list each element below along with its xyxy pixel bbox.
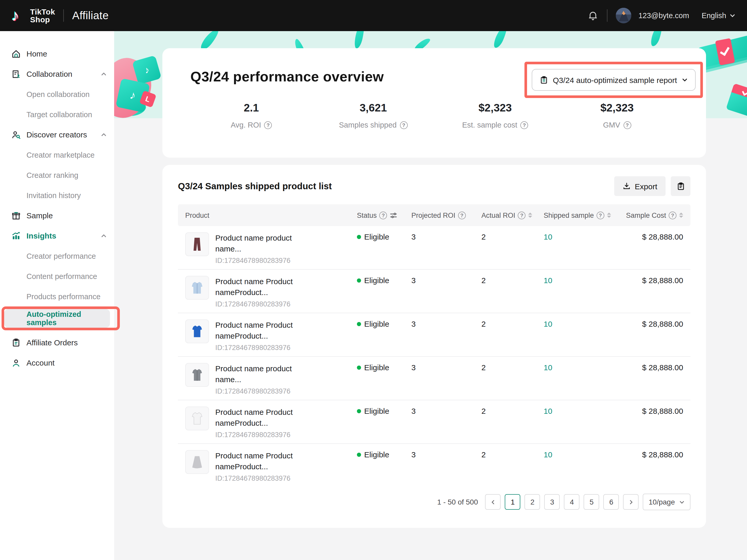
- sidebar-item-creator-performance[interactable]: Creator performance: [0, 246, 114, 266]
- shipped-sample-link[interactable]: 10: [544, 450, 620, 459]
- tiktok-note-icon: ♪♪♪: [11, 7, 25, 24]
- sidebar-item-label: Creator marketplace: [26, 151, 95, 159]
- column-actual-roi[interactable]: Actual ROI: [482, 211, 515, 219]
- column-shipped-sample[interactable]: Shipped sample: [544, 211, 594, 219]
- product-name[interactable]: Product name Product nameProduct...: [215, 450, 309, 472]
- product-image: [185, 276, 209, 300]
- sidebar-item-account[interactable]: Account: [0, 353, 114, 373]
- pants-image: [189, 236, 205, 252]
- sidebar-item-insights[interactable]: Insights: [0, 225, 114, 246]
- stat-samples-shipped: 3,621 Samples shipped?: [312, 102, 434, 129]
- notification-bell-icon[interactable]: [587, 10, 598, 21]
- sort-icon[interactable]: [607, 213, 611, 218]
- prev-page-button[interactable]: [485, 494, 501, 510]
- copy-report-button[interactable]: [671, 176, 691, 196]
- confetti-decoration: [353, 31, 366, 49]
- report-clipboard-icon: [539, 76, 548, 84]
- stat-est-sample-cost: $2,323 Est. sample cost?: [434, 102, 556, 129]
- filter-icon[interactable]: [390, 211, 397, 219]
- sidebar-item-collaboration[interactable]: Collaboration: [0, 64, 114, 84]
- help-icon[interactable]: ?: [400, 121, 408, 129]
- sidebar-item-creator-marketplace[interactable]: Creator marketplace: [0, 145, 114, 165]
- status-dot: [357, 365, 361, 369]
- next-page-button[interactable]: [623, 494, 639, 510]
- table-row[interactable]: Product name product name... ID:17284678…: [178, 357, 691, 400]
- sample-cost-value: $ 28,888.00: [620, 363, 691, 372]
- help-icon[interactable]: ?: [597, 211, 604, 219]
- page-button-2[interactable]: 2: [525, 494, 540, 510]
- table-header-row: Product Status ? Projected ROI ? Actual …: [178, 204, 691, 226]
- stat-value: 3,621: [312, 102, 434, 114]
- help-icon[interactable]: ?: [623, 121, 631, 129]
- table-row[interactable]: Product name Product nameProduct... ID:1…: [178, 270, 691, 313]
- stat-label: Samples shipped: [339, 121, 397, 129]
- product-id: ID:17284678980283976: [215, 475, 309, 482]
- sidebar-item-open-collaboration[interactable]: Open collaboration: [0, 84, 114, 104]
- product-name[interactable]: Product name Product nameProduct...: [215, 319, 309, 341]
- page-button-3[interactable]: 3: [544, 494, 560, 510]
- sidebar-item-invitation-history[interactable]: Invitation history: [0, 185, 114, 205]
- help-icon[interactable]: ?: [518, 211, 526, 219]
- language-selector[interactable]: English: [702, 11, 736, 20]
- shipped-sample-link[interactable]: 10: [544, 406, 620, 415]
- product-name[interactable]: Product name product name...: [215, 232, 309, 254]
- sort-icon[interactable]: [679, 213, 683, 218]
- page-button-6[interactable]: 6: [603, 494, 619, 510]
- product-name[interactable]: Product name Product nameProduct...: [215, 276, 309, 298]
- product-id: ID:17284678980283976: [215, 431, 309, 439]
- sidebar-item-label: Products performance: [26, 292, 100, 300]
- shirt-image: [189, 367, 205, 383]
- shipped-sample-link[interactable]: 10: [544, 232, 620, 241]
- status-badge: Eligible: [364, 276, 389, 285]
- column-product[interactable]: Product: [185, 211, 209, 219]
- product-name[interactable]: Product name product name...: [215, 363, 309, 385]
- sidebar-item-sample[interactable]: Sample: [0, 205, 114, 225]
- sidebar-item-products-performance[interactable]: Products performance: [0, 286, 114, 306]
- discover-creators-icon: [11, 130, 21, 139]
- sidebar-item-affiliate-orders[interactable]: Affiliate Orders: [0, 332, 114, 353]
- affiliate-dashboard: ♪♪♪ TikTok Shop Affiliate 123@: [0, 0, 747, 560]
- status-badge: Eligible: [364, 363, 389, 372]
- help-icon[interactable]: ?: [380, 211, 387, 219]
- report-selector-dropdown[interactable]: Q3/24 auto-optimized sample report: [532, 69, 696, 91]
- sidebar-item-discover-creators[interactable]: Discover creators: [0, 125, 114, 145]
- table-row[interactable]: Product name Product nameProduct... ID:1…: [178, 444, 691, 487]
- page-button-5[interactable]: 5: [584, 494, 599, 510]
- table-row[interactable]: Product name Product nameProduct... ID:1…: [178, 313, 691, 357]
- page-button-4[interactable]: 4: [564, 494, 580, 510]
- column-projected-roi[interactable]: Projected ROI: [411, 211, 456, 219]
- pagination: 1 - 50 of 500 1 2 3 4 5 6 10/page: [178, 494, 691, 510]
- actual-roi-value: 2: [482, 319, 544, 328]
- sidebar-item-home[interactable]: Home: [0, 44, 114, 64]
- help-icon[interactable]: ?: [264, 121, 272, 129]
- pagination-range: 1 - 50 of 500: [437, 498, 478, 506]
- help-icon[interactable]: ?: [520, 121, 528, 129]
- column-status[interactable]: Status: [357, 211, 377, 219]
- product-image: [185, 450, 209, 474]
- sidebar-item-target-collaboration[interactable]: Target collaboration: [0, 104, 114, 125]
- status-dot: [357, 322, 361, 326]
- shipped-sample-link[interactable]: 10: [544, 319, 620, 328]
- export-button[interactable]: Export: [614, 176, 666, 196]
- sidebar-item-content-performance[interactable]: Content performance: [0, 266, 114, 286]
- product-image: [185, 232, 209, 256]
- column-sample-cost[interactable]: Sample Cost: [626, 211, 666, 219]
- table-row[interactable]: Product name Product nameProduct... ID:1…: [178, 400, 691, 444]
- sort-icon[interactable]: [529, 213, 533, 218]
- sidebar-item-label: Collaboration: [26, 70, 95, 78]
- tiktok-shop-logo[interactable]: ♪♪♪ TikTok Shop: [0, 7, 55, 24]
- table-title: Q3/24 Samples shipped product list: [178, 181, 614, 192]
- avatar[interactable]: [616, 8, 631, 23]
- sidebar-item-creator-ranking[interactable]: Creator ranking: [0, 165, 114, 185]
- product-name[interactable]: Product name Product nameProduct...: [215, 406, 309, 428]
- table-row[interactable]: Product name product name... ID:17284678…: [178, 226, 691, 270]
- shipped-sample-link[interactable]: 10: [544, 363, 620, 372]
- product-image: [185, 406, 209, 430]
- page-button-1[interactable]: 1: [505, 494, 520, 510]
- projected-roi-value: 3: [411, 276, 482, 285]
- help-icon[interactable]: ?: [458, 211, 466, 219]
- shipped-sample-link[interactable]: 10: [544, 276, 620, 285]
- help-icon[interactable]: ?: [669, 211, 676, 219]
- annotation-highlight-box: [2, 306, 120, 330]
- page-size-selector[interactable]: 10/page: [643, 494, 691, 510]
